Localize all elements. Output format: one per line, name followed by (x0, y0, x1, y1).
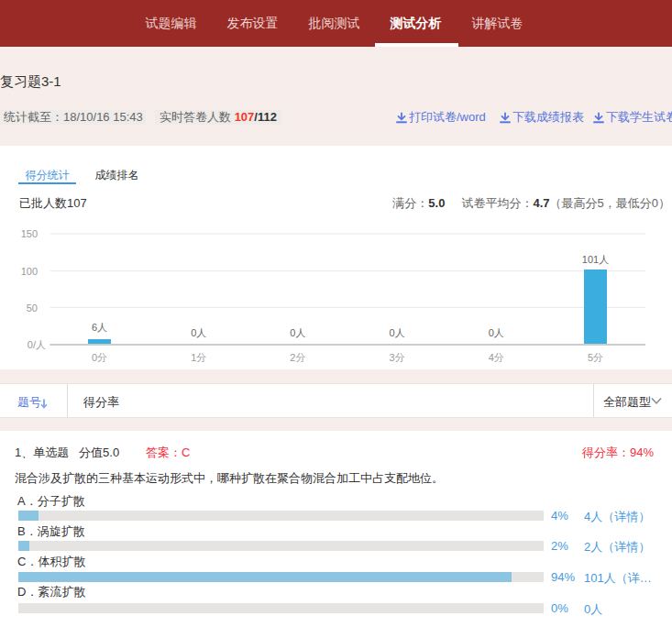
svg-text:0分: 0分 (92, 352, 107, 363)
svg-text:4分: 4分 (489, 352, 504, 363)
svg-text:5分: 5分 (588, 352, 603, 363)
svg-text:0人: 0人 (489, 327, 504, 338)
svg-text:6人: 6人 (92, 322, 107, 333)
svg-text:0人: 0人 (290, 327, 305, 338)
svg-text:150: 150 (21, 228, 38, 239)
svg-text:0人: 0人 (390, 327, 405, 338)
svg-text:1分: 1分 (191, 352, 206, 363)
svg-text:3分: 3分 (390, 352, 405, 363)
svg-text:50: 50 (27, 302, 38, 314)
svg-text:100: 100 (21, 266, 38, 277)
svg-text:0/人: 0/人 (28, 339, 46, 350)
svg-text:2分: 2分 (290, 352, 305, 363)
svg-text:0人: 0人 (191, 327, 206, 338)
svg-text:101人: 101人 (582, 254, 609, 265)
